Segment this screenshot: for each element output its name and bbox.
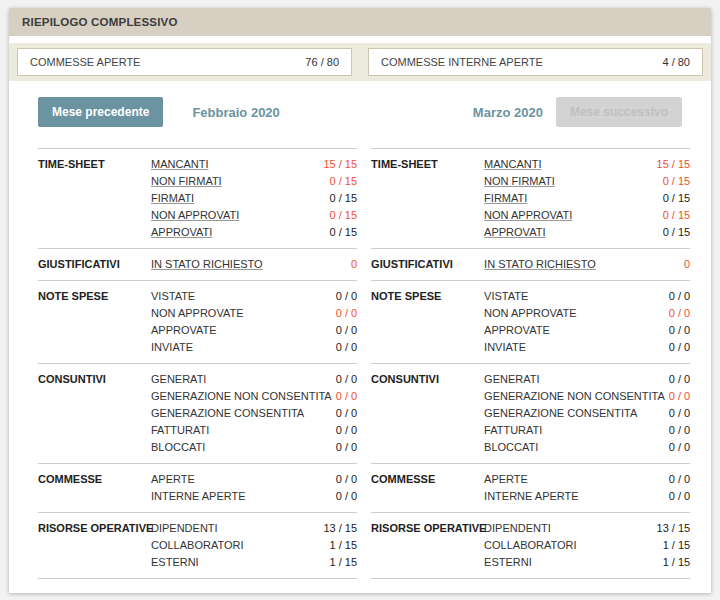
row-value: 0 / 15 [326, 190, 358, 207]
row-value: 0 / 0 [665, 305, 690, 322]
row-label: VISTATE [484, 288, 528, 305]
table-row: APPROVATE0 / 0 [151, 322, 357, 339]
section-title: GIUSTIFICATIVI [371, 258, 453, 270]
section-note-spese: NOTE SPESEVISTATE0 / 0NON APPROVATE0 / 0… [371, 280, 690, 363]
nav-left-group: Mese precedente Febbraio 2020 [38, 97, 280, 127]
section-risorse-operative: RISORSE OPERATIVEDIPENDENTI13 / 15COLLAB… [371, 512, 690, 579]
row-value: 0 [347, 256, 357, 273]
row-link[interactable]: NON APPROVATI [484, 207, 572, 224]
row-value: 0 / 0 [665, 388, 690, 405]
section-commesse: COMMESSEAPERTE0 / 0INTERNE APERTE0 / 0 [371, 463, 690, 512]
table-row: APPROVATI0 / 15 [151, 224, 357, 241]
table-row: NON FIRMATI0 / 15 [151, 173, 357, 190]
section-title: CONSUNTIVI [371, 373, 439, 385]
row-value: 1 / 15 [659, 537, 691, 554]
table-row: DIPENDENTI13 / 15 [151, 520, 357, 537]
table-row: GENERATI0 / 0 [484, 371, 690, 388]
table-row: APPROVATE0 / 0 [484, 322, 690, 339]
section-title: COMMESSE [371, 473, 435, 485]
table-row: BLOCCATI0 / 0 [151, 439, 357, 456]
row-value: 0 / 0 [332, 305, 357, 322]
row-value: 15 / 15 [319, 156, 357, 173]
section-time-sheet: TIME-SHEETMANCANTI15 / 15NON FIRMATI0 / … [371, 148, 690, 248]
row-value: 0 / 0 [332, 439, 357, 456]
section-giustificativi: GIUSTIFICATIVIIN STATO RICHIESTO0 [371, 248, 690, 280]
row-label: COLLABORATORI [484, 537, 577, 554]
row-label: INVIATE [151, 339, 193, 356]
row-label: DIPENDENTI [484, 520, 551, 537]
row-label: GENERATI [151, 371, 206, 388]
previous-month-button[interactable]: Mese precedente [38, 97, 163, 127]
row-value: 0 / 0 [332, 339, 357, 356]
month-navigation: Mese precedente Febbraio 2020 Marzo 2020… [38, 97, 682, 127]
row-value: 13 / 15 [653, 520, 691, 537]
summary-box-commesse-aperte: COMMESSE APERTE 76 / 80 [17, 48, 352, 76]
row-link[interactable]: FIRMATI [151, 190, 194, 207]
nav-right-group: Marzo 2020 Mese successivo [473, 97, 682, 127]
row-label: APERTE [484, 471, 528, 488]
row-label: INTERNE APERTE [151, 488, 246, 505]
table-row: FATTURATI0 / 0 [484, 422, 690, 439]
table-row: NON FIRMATI0 / 15 [484, 173, 690, 190]
row-value: 0 / 0 [332, 422, 357, 439]
row-value: 0 / 15 [659, 207, 691, 224]
table-row: NON APPROVATE0 / 0 [484, 305, 690, 322]
row-value: 0 / 0 [665, 439, 690, 456]
section-title: NOTE SPESE [38, 290, 108, 302]
row-link[interactable]: IN STATO RICHIESTO [484, 256, 596, 273]
summary-strip: COMMESSE APERTE 76 / 80 COMMESSE INTERNE… [9, 43, 711, 81]
row-link[interactable]: IN STATO RICHIESTO [151, 256, 263, 273]
row-value: 0 / 0 [665, 488, 690, 505]
row-link[interactable]: APPROVATI [484, 224, 545, 241]
row-value: 0 / 0 [332, 405, 357, 422]
row-link[interactable]: NON FIRMATI [151, 173, 222, 190]
content-area: Mese precedente Febbraio 2020 Marzo 2020… [9, 81, 711, 593]
table-row: FATTURATI0 / 0 [151, 422, 357, 439]
table-row: VISTATE0 / 0 [484, 288, 690, 305]
summary-box-label: COMMESSE INTERNE APERTE [381, 56, 543, 68]
row-value: 0 / 0 [665, 371, 690, 388]
section-note-spese: NOTE SPESEVISTATE0 / 0NON APPROVATE0 / 0… [38, 280, 357, 363]
table-row: GENERAZIONE CONSENTITA0 / 0 [484, 405, 690, 422]
section-title: RISORSE OPERATIVE [38, 522, 153, 534]
row-link[interactable]: NON FIRMATI [484, 173, 555, 190]
row-link[interactable]: MANCANTI [484, 156, 541, 173]
row-label: NON APPROVATE [484, 305, 577, 322]
row-label: GENERAZIONE CONSENTITA [484, 405, 637, 422]
month-column-right: TIME-SHEETMANCANTI15 / 15NON FIRMATI0 / … [371, 148, 690, 579]
table-row: ESTERNI1 / 15 [151, 554, 357, 571]
row-value: 0 / 0 [665, 339, 690, 356]
table-row: INTERNE APERTE0 / 0 [151, 488, 357, 505]
row-label: DIPENDENTI [151, 520, 218, 537]
row-label: BLOCCATI [484, 439, 538, 456]
section-title: TIME-SHEET [38, 158, 105, 170]
table-row: APERTE0 / 0 [484, 471, 690, 488]
table-row: NON APPROVATI0 / 15 [151, 207, 357, 224]
summary-panel: RIEPILOGO COMPLESSIVO COMMESSE APERTE 76… [9, 8, 711, 593]
row-value: 0 [680, 256, 690, 273]
row-value: 1 / 15 [326, 537, 358, 554]
row-label: BLOCCATI [151, 439, 205, 456]
row-value: 15 / 15 [653, 156, 691, 173]
row-label: FATTURATI [484, 422, 542, 439]
row-value: 0 / 0 [332, 388, 357, 405]
row-link[interactable]: APPROVATI [151, 224, 212, 241]
section-title: RISORSE OPERATIVE [371, 522, 486, 534]
table-row: INTERNE APERTE0 / 0 [484, 488, 690, 505]
section-time-sheet: TIME-SHEETMANCANTI15 / 15NON FIRMATI0 / … [38, 148, 357, 248]
row-link[interactable]: NON APPROVATI [151, 207, 239, 224]
row-value: 0 / 0 [665, 405, 690, 422]
row-link[interactable]: MANCANTI [151, 156, 208, 173]
row-value: 0 / 15 [326, 173, 358, 190]
summary-box-commesse-interne-aperte: COMMESSE INTERNE APERTE 4 / 80 [368, 48, 703, 76]
row-label: GENERAZIONE NON CONSENTITA [151, 388, 332, 405]
row-label: INVIATE [484, 339, 526, 356]
table-row: FIRMATI0 / 15 [484, 190, 690, 207]
row-value: 1 / 15 [659, 554, 691, 571]
table-row: APPROVATI0 / 15 [484, 224, 690, 241]
row-value: 0 / 0 [665, 422, 690, 439]
section-title: COMMESSE [38, 473, 102, 485]
summary-box-value: 76 / 80 [305, 56, 339, 68]
row-link[interactable]: FIRMATI [484, 190, 527, 207]
table-row: GENERAZIONE NON CONSENTITA0 / 0 [151, 388, 357, 405]
